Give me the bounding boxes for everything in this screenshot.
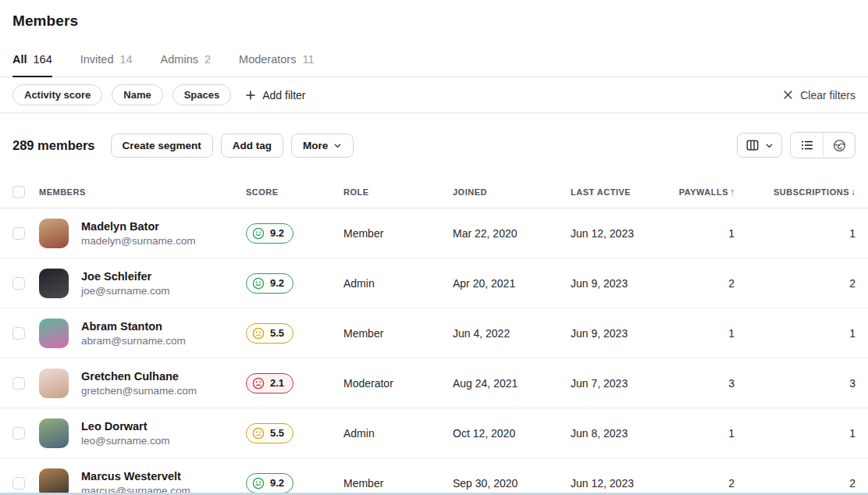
more-button[interactable]: More (291, 134, 354, 158)
member-name: Abram Stanton (81, 320, 186, 333)
member-email: leo@surname.com (81, 435, 170, 447)
table-row[interactable]: Abram Stanton abram@surname.com 5.5 Memb… (0, 308, 868, 358)
score-value: 9.2 (270, 227, 284, 239)
members-count: 289 members (12, 138, 95, 153)
members-page: Members All 164 Invited 14 Admins 2 Mode… (0, 0, 868, 495)
score-badge: 5.5 (246, 323, 293, 344)
avatar (39, 269, 69, 298)
tab-moderators[interactable]: Moderators 11 (239, 45, 314, 77)
member-subscriptions: 3 (735, 377, 856, 390)
clear-filters-label: Clear filters (800, 89, 856, 101)
member-paywalls: 2 (678, 477, 735, 490)
table-header: MEMBERS SCORE ROLE JOINED LAST ACTIVE PA… (0, 176, 868, 208)
member-joined: Jun 4, 2022 (453, 327, 571, 340)
column-header-role[interactable]: ROLE (343, 187, 453, 197)
member-subscriptions: 1 (735, 327, 856, 340)
filter-bar: Activity score Name Spaces Add filter Cl… (0, 77, 868, 113)
score-value: 2.1 (270, 377, 284, 389)
tab-count: 14 (119, 53, 132, 66)
chevron-down-icon (765, 141, 774, 150)
member-paywalls: 1 (678, 227, 735, 240)
score-value: 5.5 (270, 427, 284, 439)
member-paywalls: 1 (678, 427, 735, 440)
tab-label: All (12, 53, 27, 66)
row-checkbox[interactable] (12, 427, 25, 440)
score-badge: 5.5 (246, 423, 293, 443)
member-name: Marcus Westervelt (81, 470, 190, 483)
member-paywalls: 3 (678, 377, 735, 390)
filter-chip-activity-score[interactable]: Activity score (12, 84, 102, 105)
avatar (39, 468, 69, 495)
member-joined: Sep 30, 2020 (453, 477, 571, 490)
tab-invited[interactable]: Invited 14 (80, 45, 133, 77)
member-paywalls: 1 (678, 327, 735, 340)
map-view-button[interactable] (823, 133, 855, 158)
table-row[interactable]: Joe Schleifer joe@surname.com 9.2 Admin … (0, 258, 868, 308)
sort-desc-icon: ↓ (851, 187, 856, 198)
member-email: joe@surname.com (81, 285, 170, 297)
add-filter-label: Add filter (262, 89, 305, 101)
score-badge: 2.1 (246, 373, 293, 394)
member-last-active: Jun 9, 2023 (571, 277, 678, 290)
row-checkbox[interactable] (12, 227, 25, 240)
column-header-subscriptions[interactable]: SUBSCRIPTIONS↓ (735, 187, 856, 198)
table-row[interactable]: Gretchen Culhane gretchen@surname.com 2.… (0, 358, 868, 408)
plus-icon (245, 90, 256, 101)
column-header-last-active[interactable]: LAST ACTIVE (571, 187, 678, 197)
member-email: madelyn@surname.com (81, 235, 196, 247)
chevron-down-icon (333, 141, 342, 150)
list-view-button[interactable] (791, 133, 823, 158)
score-badge: 9.2 (246, 273, 293, 294)
member-last-active: Jun 7, 2023 (571, 377, 678, 390)
row-checkbox[interactable] (12, 327, 25, 340)
add-filter-button[interactable]: Add filter (245, 89, 305, 101)
select-all-checkbox[interactable] (12, 186, 25, 198)
member-last-active: Jun 8, 2023 (571, 427, 678, 440)
member-email: gretchen@surname.com (81, 385, 197, 397)
happy-face-icon (252, 227, 265, 240)
member-role: Admin (343, 277, 453, 290)
columns-settings-button[interactable] (737, 133, 782, 158)
score-value: 5.5 (270, 327, 284, 339)
tab-bar: All 164 Invited 14 Admins 2 Moderators 1… (0, 45, 868, 77)
score-badge: 9.2 (246, 473, 293, 493)
filter-chip-name[interactable]: Name (112, 84, 162, 105)
member-subscriptions: 1 (735, 227, 856, 240)
column-header-paywalls[interactable]: PAYWALLS↑ (678, 187, 735, 198)
create-segment-button[interactable]: Create segment (111, 134, 213, 158)
table-row[interactable]: Marcus Westervelt marcus@surname.com 9.2… (0, 458, 868, 495)
avatar (39, 319, 69, 348)
column-header-joined[interactable]: JOINED (453, 187, 571, 197)
members-toolbar: 289 members Create segment Add tag More (0, 113, 868, 176)
close-icon (783, 90, 793, 100)
member-role: Member (343, 327, 453, 340)
member-role: Member (343, 477, 453, 490)
tab-admins[interactable]: Admins 2 (161, 45, 211, 77)
add-tag-button[interactable]: Add tag (221, 134, 283, 158)
happy-face-icon (252, 477, 265, 490)
table-row[interactable]: Madelyn Bator madelyn@surname.com 9.2 Me… (0, 208, 868, 258)
tab-count: 2 (205, 53, 211, 66)
row-checkbox[interactable] (12, 377, 25, 390)
score-badge: 9.2 (246, 223, 293, 244)
member-joined: Aug 24, 2021 (453, 377, 571, 390)
column-header-score[interactable]: SCORE (246, 187, 343, 197)
view-toggle (790, 132, 856, 158)
filter-chip-spaces[interactable]: Spaces (173, 84, 232, 105)
member-joined: Oct 12, 2020 (453, 427, 571, 440)
row-checkbox[interactable] (12, 477, 25, 490)
member-last-active: Jun 9, 2023 (571, 327, 678, 340)
clear-filters-button[interactable]: Clear filters (783, 89, 856, 101)
tab-label: Invited (80, 53, 114, 66)
column-header-members[interactable]: MEMBERS (39, 187, 246, 197)
table-row[interactable]: Leo Dorwart leo@surname.com 5.5 Admin Oc… (0, 408, 868, 458)
member-joined: Apr 20, 2021 (453, 277, 571, 290)
member-name: Leo Dorwart (81, 420, 170, 433)
tab-label: Admins (161, 53, 198, 66)
sad-face-icon (252, 377, 265, 390)
neutral-face-icon (252, 327, 265, 340)
row-checkbox[interactable] (12, 277, 25, 290)
page-title: Members (12, 12, 856, 30)
tab-all[interactable]: All 164 (12, 45, 52, 77)
tab-count: 11 (302, 53, 314, 66)
